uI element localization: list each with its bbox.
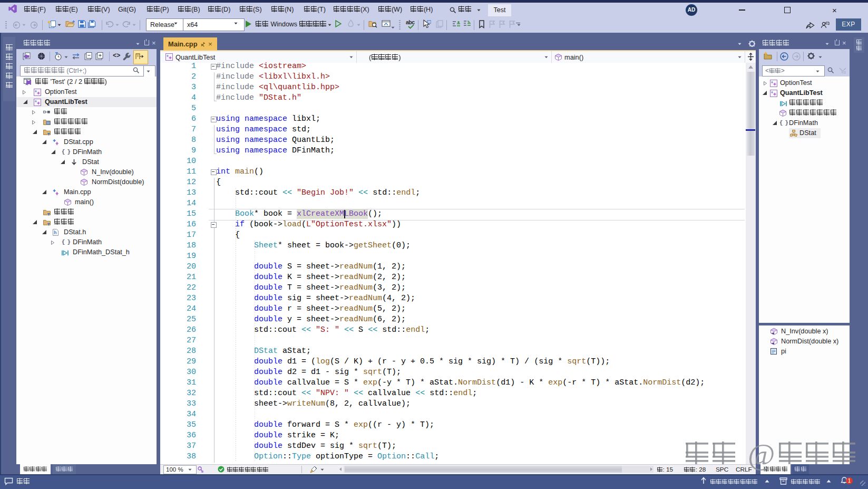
svg-text:h: h <box>54 230 56 235</box>
